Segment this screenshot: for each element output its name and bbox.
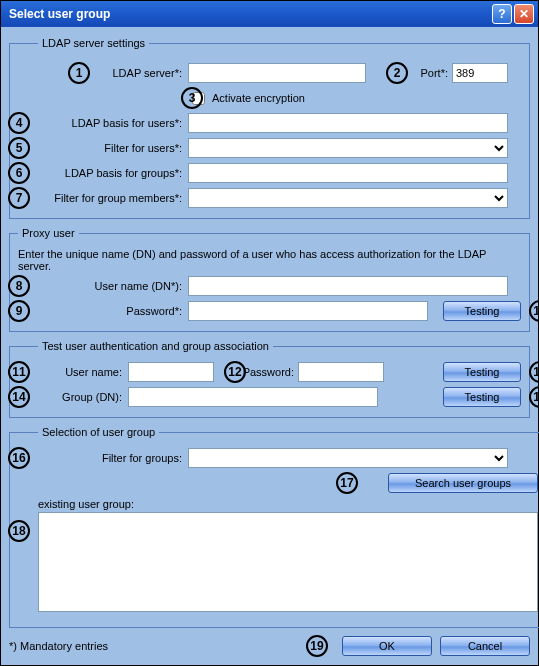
test-group-input[interactable] xyxy=(128,387,378,407)
marker-15: 15 xyxy=(529,386,539,408)
cancel-button[interactable]: Cancel xyxy=(440,636,530,656)
existing-user-group-label: existing user group: xyxy=(38,498,134,510)
proxy-username-input[interactable] xyxy=(188,276,508,296)
port-label: Port*: xyxy=(404,67,452,79)
marker-8: 8 xyxy=(8,275,30,297)
marker-9: 9 xyxy=(8,300,30,322)
filter-group-members-label: Filter for group members*: xyxy=(38,192,188,204)
close-button[interactable]: ✕ xyxy=(514,4,534,24)
ldap-settings-group: LDAP server settings 1 LDAP server*: 2 P… xyxy=(9,37,530,219)
row-proxy-username: 8 User name (DN*): xyxy=(38,275,521,297)
footer: *) Mandatory entries 19 OK Cancel xyxy=(9,635,530,657)
proxy-user-group: Proxy user Enter the unique name (DN) an… xyxy=(9,227,530,332)
filter-group-members-select[interactable] xyxy=(188,188,508,208)
activate-encryption-checkbox[interactable] xyxy=(192,92,205,105)
proxy-desc-row: Enter the unique name (DN) and password … xyxy=(18,248,521,272)
basis-users-input[interactable] xyxy=(188,113,508,133)
ldap-settings-legend: LDAP server settings xyxy=(38,37,149,49)
test-auth-group: Test user authentication and group assoc… xyxy=(9,340,530,418)
row-filter-groups: 16 Filter for groups: xyxy=(38,447,538,469)
client-area: LDAP server settings 1 LDAP server*: 2 P… xyxy=(1,27,538,665)
row-test-user: 11 User name: 12 Password: Testing 13 xyxy=(38,361,521,383)
row-filter-group-members: 7 Filter for group members*: xyxy=(38,187,521,209)
proxy-testing-button[interactable]: Testing xyxy=(443,301,521,321)
proxy-password-label: Password*: xyxy=(38,305,188,317)
row-ldap-server: 1 LDAP server*: 2 Port*: xyxy=(38,62,521,84)
basis-groups-label: LDAP basis for groups*: xyxy=(38,167,188,179)
test-group-button[interactable]: Testing xyxy=(443,387,521,407)
activate-encryption-label: Activate encryption xyxy=(212,92,305,104)
row-activate-encryption: 3 Activate encryption xyxy=(38,87,521,109)
test-password-label: Password: xyxy=(226,366,298,378)
test-password-input[interactable] xyxy=(298,362,384,382)
marker-13: 13 xyxy=(529,361,539,383)
row-test-group: 14 Group (DN): Testing 15 xyxy=(38,386,521,408)
test-auth-legend: Test user authentication and group assoc… xyxy=(38,340,273,352)
selection-group: Selection of user group 16 Filter for gr… xyxy=(9,426,539,628)
row-basis-users: 4 LDAP basis for users*: xyxy=(38,112,521,134)
proxy-username-label: User name (DN*): xyxy=(38,280,188,292)
search-user-groups-button[interactable]: Search user groups xyxy=(388,473,538,493)
marker-16: 16 xyxy=(8,447,30,469)
titlebar: Select user group ? ✕ xyxy=(1,1,538,27)
proxy-desc: Enter the unique name (DN) and password … xyxy=(18,248,518,272)
mandatory-note: *) Mandatory entries xyxy=(9,640,108,652)
test-username-input[interactable] xyxy=(128,362,214,382)
port-input[interactable] xyxy=(452,63,508,83)
test-group-label: Group (DN): xyxy=(38,391,128,403)
marker-18: 18 xyxy=(8,520,30,542)
test-username-label: User name: xyxy=(38,366,128,378)
marker-19: 19 xyxy=(306,635,328,657)
proxy-password-input[interactable] xyxy=(188,301,428,321)
marker-11: 11 xyxy=(8,361,30,383)
basis-groups-input[interactable] xyxy=(188,163,508,183)
marker-7: 7 xyxy=(8,187,30,209)
marker-5: 5 xyxy=(8,137,30,159)
test-auth-button[interactable]: Testing xyxy=(443,362,521,382)
marker-10: 10 xyxy=(529,300,539,322)
row-search-groups: 17 Search user groups xyxy=(38,472,538,494)
ok-button[interactable]: OK xyxy=(342,636,432,656)
filter-groups-label: Filter for groups: xyxy=(38,452,188,464)
marker-17: 17 xyxy=(336,472,358,494)
proxy-user-legend: Proxy user xyxy=(18,227,79,239)
selection-legend: Selection of user group xyxy=(38,426,159,438)
basis-users-label: LDAP basis for users*: xyxy=(38,117,188,129)
filter-users-label: Filter for users*: xyxy=(38,142,188,154)
ldap-server-label: LDAP server*: xyxy=(38,67,188,79)
help-button[interactable]: ? xyxy=(492,4,512,24)
row-proxy-password: 9 Password*: Testing 10 xyxy=(38,300,521,322)
titlebar-buttons: ? ✕ xyxy=(492,4,534,24)
row-basis-groups: 6 LDAP basis for groups*: xyxy=(38,162,521,184)
existing-user-group-list[interactable] xyxy=(38,512,538,612)
row-filter-users: 5 Filter for users*: xyxy=(38,137,521,159)
dialog-window: Select user group ? ✕ LDAP server settin… xyxy=(0,0,539,666)
marker-14: 14 xyxy=(8,386,30,408)
ldap-server-input[interactable] xyxy=(188,63,366,83)
marker-6: 6 xyxy=(8,162,30,184)
filter-groups-select[interactable] xyxy=(188,448,508,468)
filter-users-select[interactable] xyxy=(188,138,508,158)
marker-4: 4 xyxy=(8,112,30,134)
row-existing-group: existing user group: 18 xyxy=(38,498,538,612)
window-title: Select user group xyxy=(9,7,492,21)
